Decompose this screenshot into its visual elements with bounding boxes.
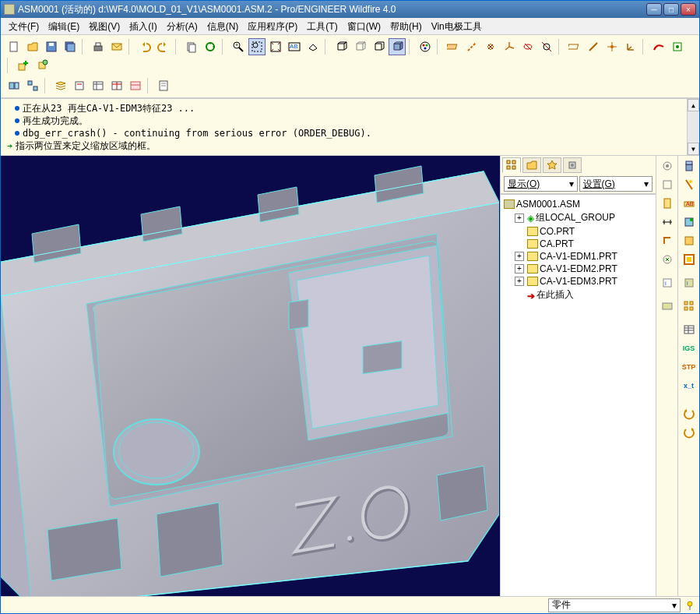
minimize-button[interactable]: ─	[646, 3, 662, 16]
show-dropdown[interactable]: 显示(O)	[504, 176, 578, 192]
open-file-button[interactable]	[24, 38, 41, 55]
zoom-fit-button[interactable]	[267, 38, 284, 55]
pattern-button[interactable]	[681, 298, 698, 315]
close-button[interactable]: ×	[681, 3, 696, 16]
tree-node-part[interactable]: +CA-V1-EDM2.PRT	[504, 263, 653, 275]
maximize-button[interactable]: □	[663, 3, 679, 16]
wireframe-button[interactable]	[332, 38, 350, 55]
revolve-button[interactable]	[681, 176, 698, 193]
regenerate-button[interactable]	[202, 38, 219, 55]
hidden-line-button[interactable]	[351, 38, 368, 55]
tree-node-part[interactable]: CO.PRT	[504, 225, 653, 238]
tree-node-part[interactable]: +CA-V1-EDM1.PRT	[504, 250, 653, 263]
menu-edit[interactable]: 编辑(E)	[44, 18, 84, 34]
datum-axis-toggle[interactable]	[463, 38, 480, 55]
menu-analysis[interactable]: 分析(A)	[162, 18, 202, 34]
annotation-toggle[interactable]	[519, 38, 536, 55]
save-button[interactable]	[43, 38, 60, 55]
expand-icon[interactable]: +	[515, 252, 524, 261]
menu-view[interactable]: 视图(V)	[84, 18, 125, 34]
menu-help[interactable]: 帮助(H)	[385, 18, 427, 34]
pick-button[interactable]	[659, 176, 676, 193]
menu-apps[interactable]: 应用程序(P)	[243, 18, 302, 34]
expand-icon[interactable]: +	[515, 277, 524, 286]
round-button[interactable]	[681, 213, 698, 231]
repaint-button[interactable]: AB	[286, 38, 303, 55]
datum-plane-toggle[interactable]	[445, 38, 462, 55]
family-table-button[interactable]	[90, 77, 107, 94]
undo-button[interactable]	[136, 38, 153, 55]
expand-icon[interactable]: +	[515, 213, 524, 223]
3d-viewport[interactable]	[1, 156, 500, 596]
new-file-button[interactable]	[5, 38, 23, 55]
add-component-button[interactable]	[15, 57, 32, 74]
tree-insert-here[interactable]: ➔在此插入	[504, 288, 653, 302]
create-point-button[interactable]	[603, 38, 621, 55]
annotation-button[interactable]	[659, 298, 676, 315]
create-component-button[interactable]	[33, 57, 51, 74]
draft-button[interactable]: i	[681, 274, 698, 291]
export-xt-button[interactable]: x_t	[681, 377, 698, 394]
tree-node-part[interactable]: +CA-V1-EDM3.PRT	[504, 275, 653, 288]
chamfer-button[interactable]	[681, 232, 698, 249]
parameters-button[interactable]	[108, 77, 125, 94]
tree-root[interactable]: ASM0001.ASM	[504, 198, 653, 210]
note-button[interactable]: i	[659, 274, 676, 291]
filter-button[interactable]	[659, 195, 676, 212]
zoom-in-button[interactable]: +	[230, 38, 247, 55]
datum-point-toggle[interactable]	[482, 38, 499, 55]
menu-insert[interactable]: 插入(I)	[125, 18, 161, 34]
spin-center-toggle[interactable]	[538, 38, 555, 55]
settings-dropdown[interactable]: 设置(G)	[579, 176, 653, 192]
appearance-button[interactable]	[417, 38, 434, 55]
model-tree-tab[interactable]	[502, 157, 521, 173]
redo-button[interactable]	[155, 38, 172, 55]
favorites-tab[interactable]	[543, 157, 561, 173]
create-csys-button[interactable]	[622, 38, 639, 55]
menu-vin[interactable]: Vin电极工具	[427, 18, 487, 34]
menu-tools[interactable]: 工具(T)	[302, 18, 342, 34]
view-manager-button[interactable]	[5, 77, 23, 94]
hole-button[interactable]: AB	[681, 195, 698, 212]
export-stp-button[interactable]: STP	[681, 358, 698, 376]
sketch-button[interactable]	[650, 38, 667, 55]
find-button[interactable]	[71, 77, 88, 94]
relations-button[interactable]	[127, 77, 144, 94]
measure-button[interactable]	[659, 213, 676, 231]
redo-side-button[interactable]	[681, 424, 698, 441]
selection-filter-combo[interactable]: 零件	[548, 598, 681, 612]
message-scrollbar[interactable]: ▲ ▼	[687, 99, 699, 155]
feature-info-button[interactable]	[155, 77, 172, 94]
layers-button[interactable]	[52, 77, 69, 94]
saved-view-button[interactable]	[659, 251, 676, 268]
scroll-down-button[interactable]: ▼	[688, 143, 699, 155]
save-copy-button[interactable]	[62, 38, 79, 55]
scroll-up-button[interactable]: ▲	[688, 99, 699, 111]
shell-button[interactable]	[681, 251, 698, 268]
copy-button[interactable]	[183, 38, 200, 55]
menu-window[interactable]: 窗口(W)	[343, 18, 385, 34]
select-button[interactable]	[659, 157, 676, 175]
menu-info[interactable]: 信息(N)	[202, 18, 244, 34]
export-igs-button[interactable]: IGS	[681, 340, 698, 357]
explode-button[interactable]	[24, 77, 41, 94]
create-plane-button[interactable]	[566, 38, 583, 55]
orient-button[interactable]	[304, 38, 322, 55]
undo-side-button[interactable]	[681, 405, 698, 422]
email-button[interactable]	[108, 38, 125, 55]
datum-csys-toggle[interactable]	[501, 38, 518, 55]
print-button[interactable]	[90, 38, 107, 55]
model-tree[interactable]: ASM0001.ASM +◈组LOCAL_GROUP CO.PRT CA.PRT…	[501, 194, 656, 596]
extrude-button[interactable]	[681, 157, 698, 175]
create-axis-button[interactable]	[585, 38, 602, 55]
shaded-button[interactable]	[389, 38, 406, 55]
table-button[interactable]	[681, 321, 698, 338]
menu-file[interactable]: 文件(F)	[4, 18, 44, 34]
zoom-window-button[interactable]	[248, 38, 266, 55]
folder-tab[interactable]	[522, 157, 541, 173]
analysis-button[interactable]	[669, 38, 686, 55]
orient-view-button[interactable]	[659, 232, 676, 249]
tree-node-part[interactable]: CA.PRT	[504, 238, 653, 250]
expand-icon[interactable]: +	[515, 264, 524, 273]
no-hidden-button[interactable]	[370, 38, 387, 55]
